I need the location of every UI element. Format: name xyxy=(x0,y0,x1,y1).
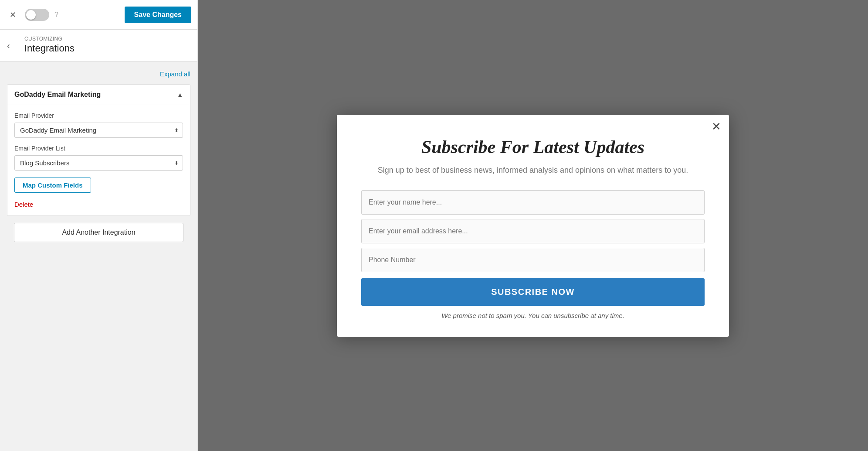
email-provider-list-select-wrap: Blog Subscribers Newsletter Customers ⬍ xyxy=(14,155,183,171)
delete-link[interactable]: Delete xyxy=(14,201,33,208)
panel-body: Expand all GoDaddy Email Marketing ▲ Ema… xyxy=(0,62,197,451)
chevron-up-icon: ▲ xyxy=(177,91,183,98)
card-body: Email Provider GoDaddy Email Marketing M… xyxy=(7,105,190,215)
modal-footer-text: We promise not to spam you. You can unsu… xyxy=(361,312,705,319)
close-button[interactable]: ✕ xyxy=(6,8,20,21)
expand-all-link[interactable]: Expand all xyxy=(160,70,190,78)
email-provider-label: Email Provider xyxy=(14,112,183,119)
subscribe-modal: ✕ Subscribe For Latest Updates Sign up t… xyxy=(337,115,729,337)
help-icon[interactable]: ? xyxy=(54,11,58,19)
phone-input[interactable] xyxy=(361,248,705,272)
save-button[interactable]: Save Changes xyxy=(125,7,191,23)
subscribe-button[interactable]: SUBSCRIBE NOW xyxy=(361,278,705,306)
customizing-label: Customizing xyxy=(24,36,189,42)
toggle-switch[interactable] xyxy=(25,9,49,21)
customizing-title: Integrations xyxy=(24,43,189,54)
expand-all-row: Expand all xyxy=(7,70,190,78)
customizing-header: ‹ Customizing Integrations xyxy=(0,30,197,62)
map-custom-fields-button[interactable]: Map Custom Fields xyxy=(14,178,91,193)
email-provider-list-label: Email Provider List xyxy=(14,145,183,152)
left-panel: ✕ ? Save Changes ‹ Customizing Integrati… xyxy=(0,0,198,451)
card-header-title: GoDaddy Email Marketing xyxy=(14,91,101,99)
modal-subtitle: Sign up to best of business news, inform… xyxy=(361,164,705,176)
modal-close-button[interactable]: ✕ xyxy=(712,121,721,132)
email-provider-list-select[interactable]: Blog Subscribers Newsletter Customers xyxy=(14,155,183,171)
toggle-thumb xyxy=(26,10,36,20)
right-panel: ✕ Subscribe For Latest Updates Sign up t… xyxy=(198,0,868,451)
modal-form: SUBSCRIBE NOW xyxy=(361,190,705,306)
name-input[interactable] xyxy=(361,190,705,215)
add-integration-button[interactable]: Add Another Integration xyxy=(14,223,183,242)
toggle-track xyxy=(25,9,49,21)
email-provider-select[interactable]: GoDaddy Email Marketing Mailchimp AWeber… xyxy=(14,123,183,138)
top-bar: ✕ ? Save Changes xyxy=(0,0,197,30)
email-provider-select-wrap: GoDaddy Email Marketing Mailchimp AWeber… xyxy=(14,123,183,138)
modal-title: Subscribe For Latest Updates xyxy=(361,137,705,157)
card-header[interactable]: GoDaddy Email Marketing ▲ xyxy=(7,85,190,105)
integration-card: GoDaddy Email Marketing ▲ Email Provider… xyxy=(7,84,190,216)
back-button[interactable]: ‹ xyxy=(7,41,10,51)
email-input[interactable] xyxy=(361,219,705,243)
